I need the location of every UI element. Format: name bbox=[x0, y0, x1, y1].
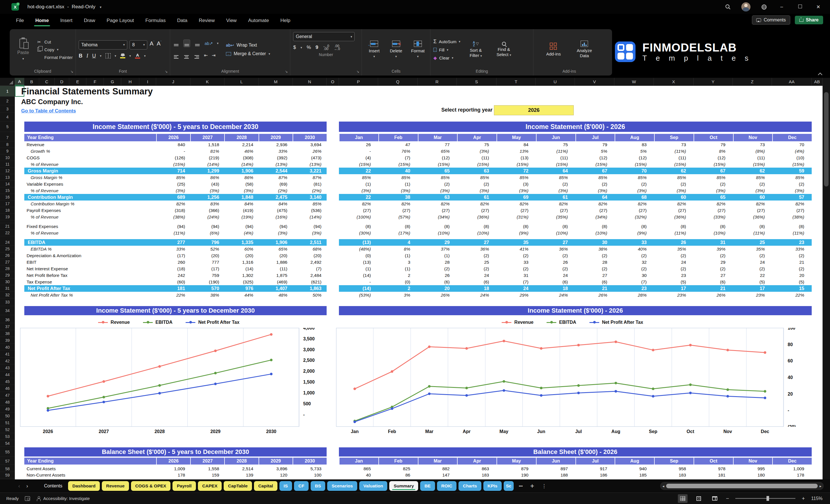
cell[interactable]: (24%) bbox=[190, 214, 224, 220]
cell[interactable]: 190 bbox=[497, 472, 536, 478]
cell[interactable]: (2) bbox=[536, 265, 575, 272]
row-label[interactable]: Tax Expense bbox=[24, 279, 156, 285]
cell[interactable]: (1) bbox=[339, 181, 378, 187]
table-header-cell[interactable]: 2027 bbox=[190, 134, 224, 141]
cell[interactable]: 17 bbox=[733, 285, 772, 292]
column-header-H[interactable]: H bbox=[121, 78, 139, 86]
cell[interactable]: 86% bbox=[190, 174, 224, 181]
table-header-cell[interactable]: 2026 bbox=[156, 458, 190, 465]
fill-color-icon[interactable] bbox=[120, 54, 125, 58]
cell[interactable]: (3%) bbox=[654, 187, 694, 194]
cell[interactable]: (94) bbox=[156, 223, 190, 230]
cell[interactable]: 61 bbox=[457, 194, 497, 200]
table-header-cell[interactable]: Aug bbox=[615, 134, 654, 141]
cell[interactable]: (11) bbox=[536, 154, 575, 161]
cell[interactable]: 2,214 bbox=[224, 141, 258, 148]
cell[interactable]: 26 bbox=[536, 259, 575, 265]
row-header-26[interactable]: 26 bbox=[0, 252, 15, 259]
cell[interactable]: 23 bbox=[654, 272, 694, 279]
cell[interactable]: 85% bbox=[293, 200, 327, 207]
cell[interactable]: 1,299 bbox=[190, 168, 224, 174]
zoom-slider-thumb[interactable] bbox=[767, 496, 769, 501]
cell[interactable]: (2) bbox=[654, 252, 694, 259]
cell[interactable]: (2) bbox=[733, 265, 772, 272]
cell[interactable]: 24 bbox=[457, 272, 497, 279]
search-icon[interactable] bbox=[724, 3, 732, 10]
cell[interactable]: (10%) bbox=[457, 230, 497, 236]
cell[interactable]: 26 bbox=[418, 272, 457, 279]
cell[interactable]: 23 bbox=[772, 239, 812, 246]
cell[interactable]: (27) bbox=[615, 207, 654, 214]
cell[interactable]: 30 bbox=[615, 272, 654, 279]
row-header-38[interactable]: 38 bbox=[0, 330, 15, 337]
row-label[interactable]: EBITDA % bbox=[24, 246, 156, 252]
cell[interactable]: (100%) bbox=[339, 214, 378, 220]
cell[interactable]: (3%) bbox=[156, 187, 190, 194]
cell[interactable]: 1,906 bbox=[259, 239, 293, 246]
cell[interactable]: 8% bbox=[378, 246, 418, 252]
cell[interactable]: 40% bbox=[615, 246, 654, 252]
cell[interactable]: (15%) bbox=[457, 161, 497, 168]
cell[interactable]: 85% bbox=[575, 174, 615, 181]
cell[interactable]: (3%) bbox=[378, 187, 418, 194]
cell[interactable]: (2) bbox=[654, 181, 694, 187]
cell[interactable]: 8% bbox=[694, 148, 733, 154]
cell[interactable]: (57%) bbox=[378, 214, 418, 220]
new-sheet-button[interactable]: + bbox=[530, 482, 534, 490]
row-header-31[interactable]: 31 bbox=[0, 285, 15, 292]
cell[interactable]: 57 bbox=[772, 194, 812, 200]
cell[interactable]: (10%) bbox=[575, 230, 615, 236]
cell[interactable]: (2) bbox=[615, 181, 654, 187]
cell[interactable]: (20) bbox=[259, 252, 293, 259]
row-label[interactable]: Current Assets bbox=[24, 466, 156, 472]
cell[interactable]: 21 bbox=[575, 285, 615, 292]
row-header-24[interactable]: 24 bbox=[0, 239, 15, 246]
cell[interactable]: 2 bbox=[378, 272, 418, 279]
cell[interactable]: (2) bbox=[418, 265, 457, 272]
cell[interactable]: (14) bbox=[339, 285, 378, 292]
table-header-cell[interactable]: Sep bbox=[654, 134, 694, 141]
cell[interactable]: 2,492 bbox=[293, 259, 327, 265]
cell[interactable]: 24% bbox=[536, 292, 575, 298]
sheet-tab-payroll[interactable]: Payroll bbox=[172, 481, 196, 491]
cell[interactable]: 75 bbox=[536, 141, 575, 148]
cell[interactable]: (4%) bbox=[772, 148, 812, 154]
cell[interactable]: (20) bbox=[190, 252, 224, 259]
comma-format-icon[interactable]: 9 bbox=[316, 44, 318, 50]
row-label[interactable]: Net Interest Expense bbox=[24, 265, 156, 272]
select-year-input[interactable]: 2026 bbox=[494, 105, 574, 115]
cell[interactable]: (8) bbox=[339, 223, 378, 230]
cell[interactable]: 186 bbox=[575, 472, 615, 478]
cell[interactable]: 24 bbox=[536, 272, 575, 279]
page-break-view-button[interactable] bbox=[710, 494, 720, 503]
ribbon-tab-page-layout[interactable]: Page Layout bbox=[102, 15, 138, 26]
cell[interactable]: (6) bbox=[418, 279, 457, 285]
row-header-43[interactable]: 43 bbox=[0, 365, 15, 371]
cell[interactable]: 59 bbox=[772, 168, 812, 174]
table-header-cell[interactable]: Nov bbox=[733, 134, 772, 141]
cell[interactable]: (1) bbox=[378, 181, 418, 187]
cell[interactable]: 1,863 bbox=[293, 285, 327, 292]
row-header-50[interactable]: 50 bbox=[0, 412, 15, 419]
cell[interactable]: (3%) bbox=[418, 187, 457, 194]
cell[interactable]: 31 bbox=[694, 239, 733, 246]
zoom-in-button[interactable]: + bbox=[802, 496, 805, 502]
row-header-13[interactable]: 13 bbox=[0, 174, 15, 181]
sheet-tab-kpis[interactable]: KPIs bbox=[483, 481, 502, 491]
cell[interactable]: (475) bbox=[259, 207, 293, 214]
cell[interactable]: (3%) bbox=[733, 187, 772, 194]
find-select-button[interactable]: Find &Select ▾ bbox=[491, 32, 516, 67]
cell[interactable]: 27 bbox=[575, 272, 615, 279]
cell[interactable]: (48%) bbox=[339, 246, 378, 252]
table-header-cell[interactable]: Aug bbox=[615, 458, 654, 465]
cell[interactable]: 82% bbox=[156, 200, 190, 207]
cell[interactable]: (8%) bbox=[733, 148, 772, 154]
column-header-F[interactable]: F bbox=[86, 78, 104, 86]
cell[interactable]: (94) bbox=[293, 223, 327, 230]
clear-button[interactable]: ◆Clear▾ bbox=[433, 55, 460, 61]
delete-cells-button[interactable]: ✕Delete▾ bbox=[387, 32, 406, 67]
sheet-tab-captable[interactable]: CapTable bbox=[224, 481, 252, 491]
cell[interactable]: (15%) bbox=[156, 161, 190, 168]
sheet-tab-summary[interactable]: Summary bbox=[389, 481, 418, 491]
cell[interactable]: (8) bbox=[378, 223, 418, 230]
